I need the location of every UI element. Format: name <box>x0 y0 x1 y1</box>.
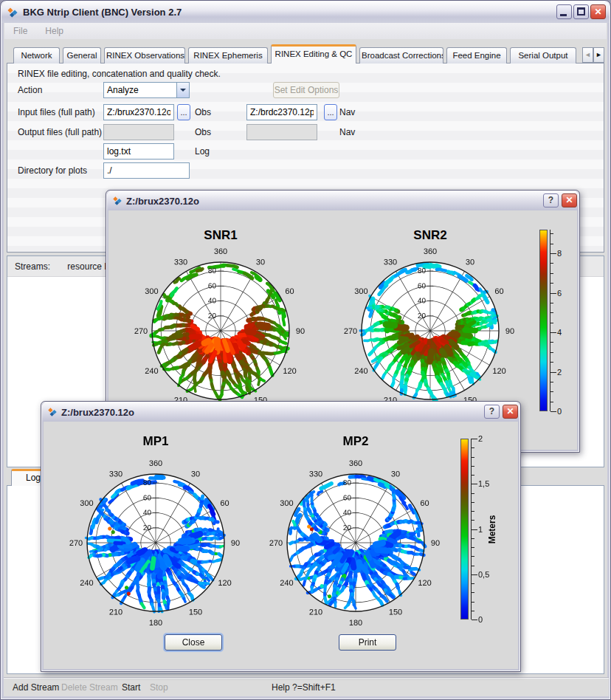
obs-output-label: Obs <box>195 127 211 137</box>
colorbar-tick-label: 2 <box>557 368 562 377</box>
close-plot-button[interactable]: Close <box>165 634 222 651</box>
colorbar-tick <box>472 493 474 494</box>
print-plot-button[interactable]: Print <box>339 634 396 651</box>
colorbar-tick-label: 1 <box>478 525 483 534</box>
colorbar-tick <box>550 402 553 402</box>
colorbar-tick <box>550 391 553 392</box>
plots-dir-field[interactable] <box>103 162 190 179</box>
menu-help[interactable]: Help <box>45 26 63 36</box>
tab-rinex-ephemeris[interactable]: RINEX Ephemeris <box>188 47 268 64</box>
colorbar-tick <box>550 273 553 274</box>
colorbar-tick <box>550 323 553 323</box>
colorbar-tick <box>472 611 474 611</box>
mp2-skyplot-canvas <box>258 451 453 637</box>
colorbar-tick <box>550 303 553 303</box>
snr1-skyplot-canvas <box>123 239 318 425</box>
nav-label: Nav <box>339 107 355 117</box>
tab-serial-output[interactable]: Serial Output <box>510 47 576 64</box>
plots-dir-label: Directory for plots <box>18 165 87 176</box>
colorbar-tick <box>550 362 553 363</box>
mp-dialog-close-button[interactable]: ✕ <box>503 405 518 419</box>
mp1-skyplot-canvas <box>58 451 253 637</box>
obs-input-field[interactable] <box>103 104 174 120</box>
menu-file[interactable]: File <box>13 26 27 36</box>
snr-colorbar-axis <box>550 230 550 411</box>
colorbar-unit-label: Meters <box>487 513 497 546</box>
tab-rinex-observations[interactable]: RINEX Observations <box>104 47 185 64</box>
snr-dialog-close-button[interactable]: ✕ <box>562 193 577 207</box>
colorbar-tick-label: 0 <box>478 615 483 624</box>
tab-strip: Network General RINEX Observations RINEX… <box>13 46 576 64</box>
obs-browse-button[interactable]: ... <box>177 104 190 120</box>
action-selected-value: Analyze <box>107 85 139 95</box>
panel-description: RINEX file editing, concatenation and qu… <box>18 69 221 79</box>
tab-rinex-editing-qc[interactable]: RINEX Editing & QC <box>271 44 356 64</box>
delete-stream-button: Delete Stream <box>61 682 118 693</box>
colorbar-tick <box>550 342 553 343</box>
output-files-label: Output files (full path) <box>18 127 102 137</box>
mp-colorbar-gradient <box>460 439 469 620</box>
tab-broadcast-corrections[interactable]: Broadcast Corrections <box>359 47 443 64</box>
tab-feed-engine[interactable]: Feed Engine <box>446 47 507 64</box>
chevron-down-icon[interactable] <box>176 83 189 97</box>
colorbar-tick <box>472 620 477 620</box>
close-button[interactable]: ✕ <box>590 4 606 19</box>
log-label: Log <box>195 146 210 157</box>
input-files-label: Input files (full path) <box>18 107 95 117</box>
window-title: BKG Ntrip Client (BNC) Version 2.7 <box>23 7 182 18</box>
colorbar-tick <box>550 411 556 412</box>
mp2-plot-title: MP2 <box>311 434 400 449</box>
add-stream-button[interactable]: Add Stream <box>13 682 59 693</box>
stop-button: Stop <box>150 682 168 693</box>
tab-scroll-left-icon: ◄ <box>582 47 593 63</box>
colorbar-tick <box>550 352 553 353</box>
colorbar-tick <box>472 574 477 575</box>
colorbar-tick <box>550 283 553 284</box>
obs-output-field <box>103 124 174 140</box>
tab-network[interactable]: Network <box>13 47 60 64</box>
colorbar-tick-label: 0,5 <box>478 570 489 579</box>
colorbar-tick <box>472 439 477 439</box>
snr-dialog-titlebar[interactable]: Z:/brux2370.12o <box>107 191 579 210</box>
colorbar-tick-label: 8 <box>557 249 562 258</box>
colorbar-tick-label: 6 <box>557 289 562 298</box>
colorbar-tick-label: 0 <box>557 407 562 416</box>
mp-plot-dialog: Z:/brux2370.12o ? ✕ MP1 MP2 00,511,52 Me… <box>41 401 521 672</box>
colorbar-tick <box>472 556 474 557</box>
colorbar-tick <box>472 592 474 593</box>
minimize-icon <box>560 14 567 16</box>
tab-scroll-right-icon[interactable]: ► <box>593 47 604 63</box>
set-edit-options-button: Set Edit Options <box>273 82 339 98</box>
colorbar-tick <box>472 520 474 521</box>
colorbar-tick <box>472 583 474 584</box>
nav-browse-button[interactable]: ... <box>324 104 337 120</box>
nav-input-field[interactable] <box>246 104 317 120</box>
snr-colorbar-gradient <box>539 230 548 411</box>
colorbar-tick <box>550 263 553 264</box>
statusbar: Add Stream Delete Stream Start Stop Help… <box>4 677 609 696</box>
titlebar[interactable]: BKG Ntrip Client (BNC) Version 2.7 <box>1 1 610 23</box>
minimize-button[interactable] <box>556 4 572 19</box>
mp-dialog-help-button[interactable]: ? <box>484 405 500 419</box>
action-label: Action <box>18 85 42 95</box>
colorbar-tick <box>550 312 553 313</box>
tab-scroll: ◄ ► <box>582 47 604 63</box>
start-button[interactable]: Start <box>122 682 140 693</box>
mp-dialog-title: Z:/brux2370.12o <box>61 407 134 418</box>
snr2-skyplot-canvas <box>333 239 528 425</box>
log-file-field[interactable] <box>103 143 174 159</box>
colorbar-tick <box>472 566 474 566</box>
maximize-button[interactable] <box>573 4 589 19</box>
action-select[interactable]: Analyze <box>103 82 190 98</box>
colorbar-tick-label: 2 <box>478 434 483 443</box>
mp-dialog-titlebar[interactable]: Z:/brux2370.12o <box>42 402 519 422</box>
streams-label: Streams: <box>15 261 50 272</box>
snr-colorbar: 02468 <box>539 230 584 411</box>
colorbar-tick-label: 4 <box>557 328 562 337</box>
colorbar-tick <box>550 382 553 382</box>
colorbar-tick <box>472 484 477 484</box>
bnc-logo-icon <box>7 7 18 18</box>
snr-dialog-help-button[interactable]: ? <box>543 193 559 207</box>
nav-output-field <box>246 124 317 140</box>
tab-general[interactable]: General <box>63 47 101 64</box>
